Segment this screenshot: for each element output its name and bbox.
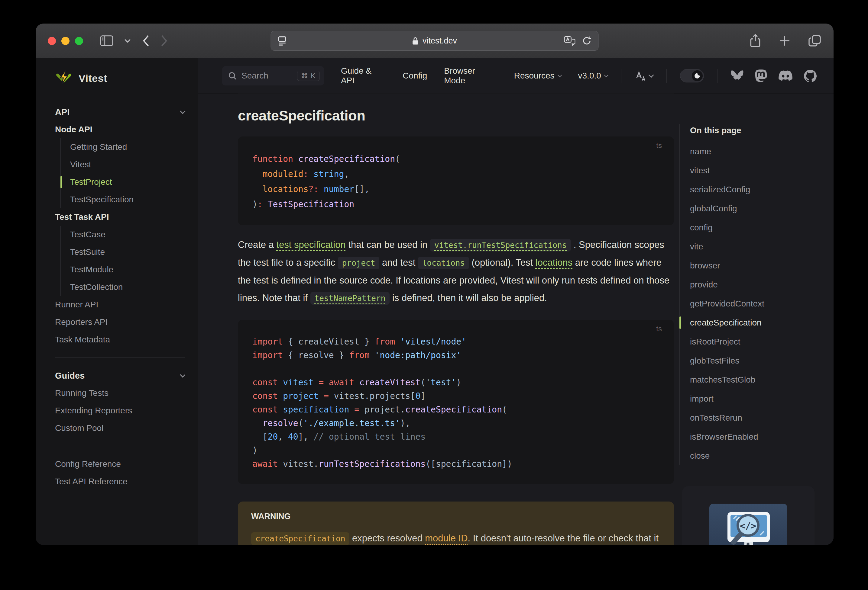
- nav-link-resources[interactable]: Resources: [514, 71, 561, 81]
- code-line: const specification = project.createSpec…: [252, 403, 662, 416]
- toc-item-createspecification[interactable]: createSpecification: [690, 313, 834, 332]
- search-icon: [228, 72, 237, 80]
- sidebar-divider: [52, 96, 188, 96]
- close-window-button[interactable]: [48, 37, 56, 45]
- code-block-signature[interactable]: ts function createSpecification( moduleI…: [238, 137, 674, 225]
- chevron-down-icon: [180, 108, 185, 114]
- top-navbar: Search ⌘ K Guide & APIConfigBrowser Mode…: [198, 58, 834, 94]
- sidebar-item-runner-api[interactable]: Runner API: [55, 296, 185, 313]
- toc-item-browser[interactable]: browser: [690, 256, 834, 275]
- sidebar-item-test-api-reference[interactable]: Test API Reference: [55, 473, 185, 490]
- nav-link-v3-0-0[interactable]: v3.0.0: [578, 71, 608, 81]
- search-button[interactable]: Search ⌘ K: [222, 66, 324, 85]
- sidebar-item-task-metadata[interactable]: Task Metadata: [55, 331, 185, 349]
- minimize-window-button[interactable]: [61, 37, 69, 45]
- sidebar-item-testcollection[interactable]: TestCollection: [70, 278, 185, 296]
- text: Create a: [238, 240, 276, 250]
- sidebar-item-test-task-api[interactable]: Test Task API: [55, 208, 185, 226]
- nav-link-label: v3.0.0: [578, 71, 601, 81]
- search-shortcut: ⌘ K: [297, 71, 320, 81]
- sidebar-item-vitest[interactable]: Vitest: [70, 156, 185, 173]
- sidebar-item-testspecification[interactable]: TestSpecification: [70, 191, 185, 208]
- url-text: vitest.dev: [422, 36, 457, 46]
- code-line: ): [252, 444, 662, 457]
- sidebar-item-testproject[interactable]: TestProject: [70, 173, 185, 191]
- logo[interactable]: Vitest: [55, 69, 185, 88]
- doc-link-module-id[interactable]: module ID: [425, 533, 468, 543]
- code-line: [252, 362, 662, 376]
- nav-link-label: Config: [403, 71, 427, 81]
- text: is defined, then it will also be applied…: [390, 293, 547, 303]
- lock-icon: [412, 37, 419, 45]
- github-icon[interactable]: [804, 69, 816, 82]
- address-bar[interactable]: vitest.dev: [271, 31, 599, 51]
- sidebar-group-guides[interactable]: Guides: [55, 367, 185, 384]
- nav-link-label: Resources: [514, 71, 555, 81]
- bluesky-icon[interactable]: [731, 70, 744, 81]
- toc-item-getprovidedcontext[interactable]: getProvidedContext: [690, 294, 834, 313]
- sidebar-item-testmodule[interactable]: TestModule: [70, 261, 185, 278]
- sidebar-item-config-reference[interactable]: Config Reference: [55, 455, 185, 473]
- sidebar-group-divider: [55, 446, 185, 446]
- inline-code-link-vitest-runtestspecifications[interactable]: vitest.runTestSpecifications: [430, 239, 571, 252]
- toc-item-matchestestglob[interactable]: matchesTestGlob: [690, 370, 834, 389]
- text: that can be used in: [346, 240, 430, 250]
- toc-item-isrootproject[interactable]: isRootProject: [690, 332, 834, 351]
- language-menu[interactable]: [635, 70, 653, 82]
- sidebar-toggle-icon[interactable]: [100, 35, 113, 46]
- sidebar-item-reporters-api[interactable]: Reporters API: [55, 313, 185, 331]
- discord-icon[interactable]: [778, 71, 793, 81]
- zoom-window-button[interactable]: [75, 37, 83, 45]
- sidebar-group-divider: [55, 358, 185, 358]
- toc-item-name[interactable]: name: [690, 142, 834, 161]
- code-line: [20, 40], // optional test lines: [252, 430, 662, 444]
- sidebar-group-label: API: [55, 103, 69, 121]
- back-button[interactable]: [142, 34, 150, 47]
- mastodon-icon[interactable]: [755, 69, 767, 82]
- code-lang-tag: ts: [656, 325, 662, 333]
- new-tab-icon[interactable]: [778, 35, 791, 47]
- nav-link-label: Browser Mode: [444, 66, 497, 85]
- nav-link-config[interactable]: Config: [403, 71, 427, 81]
- toc-item-serializedconfig[interactable]: serializedConfig: [690, 180, 834, 199]
- sidebar-item-testcase[interactable]: TestCase: [70, 226, 185, 243]
- description-paragraph: Create a test specification that can be …: [238, 236, 674, 307]
- code-block-example[interactable]: ts import { createVitest } from 'vitest/…: [238, 320, 674, 484]
- sidebar-item-testsuite[interactable]: TestSuite: [70, 243, 185, 261]
- sidebar-item-running-tests[interactable]: Running Tests: [55, 384, 185, 402]
- doc-link-locations[interactable]: locations: [536, 257, 573, 268]
- text: and test: [379, 257, 418, 268]
- toc-item-provide[interactable]: provide: [690, 275, 834, 294]
- sidebar-subgroup: TestCaseTestSuiteTestModuleTestCollectio…: [61, 226, 185, 296]
- sidebar-item-extending-reporters[interactable]: Extending Reporters: [55, 402, 185, 419]
- nav-link-browser-mode[interactable]: Browser Mode: [444, 66, 497, 85]
- tab-overview-icon[interactable]: [808, 34, 821, 47]
- toc-item-close[interactable]: close: [690, 446, 834, 465]
- toc-item-globtestfiles[interactable]: globTestFiles: [690, 351, 834, 370]
- sidebar-nav: APINode APIGetting StartedVitestTestProj…: [55, 103, 185, 490]
- forward-button[interactable]: [161, 34, 168, 47]
- theme-toggle[interactable]: [680, 69, 704, 82]
- toc-item-vitest[interactable]: vitest: [690, 161, 834, 180]
- share-icon[interactable]: [750, 34, 761, 48]
- warning-title: WARNING: [251, 512, 661, 521]
- inline-code-link-testnamepattern[interactable]: testNamePattern: [310, 292, 390, 305]
- doc-link-test-specification[interactable]: test specification: [276, 240, 346, 250]
- toc-item-ontestsrerun[interactable]: onTestsRerun: [690, 408, 834, 427]
- code-line: resolve('./example.test.ts'),: [252, 416, 662, 430]
- toc-item-globalconfig[interactable]: globalConfig: [690, 199, 834, 218]
- sidebar-item-node-api[interactable]: Node API: [55, 121, 185, 138]
- toc-item-config[interactable]: config: [690, 218, 834, 237]
- sponsor-card[interactable]: </>: [682, 486, 815, 545]
- sidebar-group-api[interactable]: API: [55, 103, 185, 121]
- nav-link-guide-api[interactable]: Guide & API: [341, 66, 386, 85]
- toc-item-isbrowserenabled[interactable]: isBrowserEnabled: [690, 427, 834, 446]
- reload-icon[interactable]: [582, 35, 592, 46]
- toc-item-import[interactable]: import: [690, 389, 834, 408]
- toc-item-vite[interactable]: vite: [690, 237, 834, 256]
- sidebar-chevron-icon[interactable]: [124, 39, 131, 43]
- sidebar-item-custom-pool[interactable]: Custom Pool: [55, 419, 185, 437]
- translate-icon[interactable]: [564, 35, 576, 46]
- sidebar-item-getting-started[interactable]: Getting Started: [70, 138, 185, 156]
- code-line: const vitest = await createVitest('test'…: [252, 376, 662, 389]
